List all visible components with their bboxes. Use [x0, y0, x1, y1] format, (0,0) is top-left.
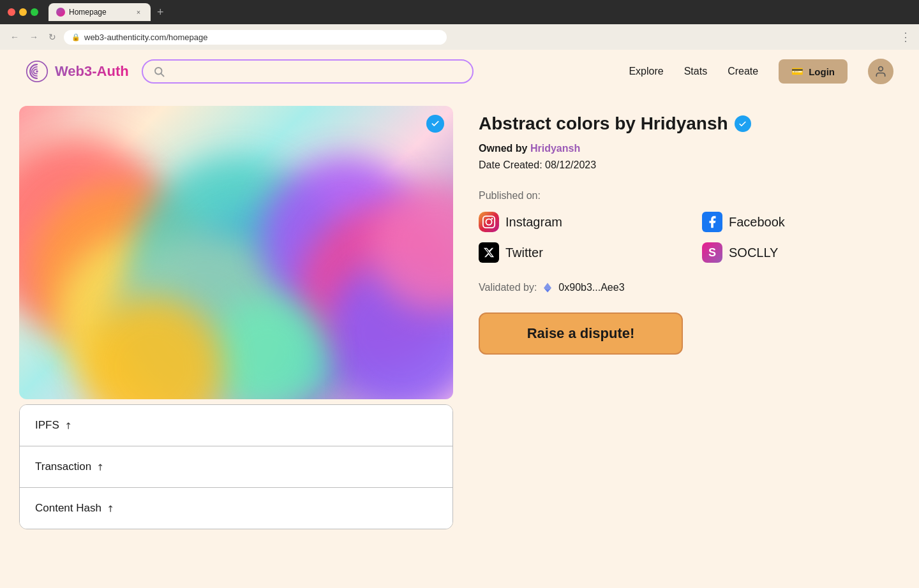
- soclly-item[interactable]: S SOCLLY: [702, 242, 900, 263]
- instagram-item[interactable]: Instagram: [479, 212, 676, 232]
- right-panel: Abstract colors by Hridyansh Owned by Hr…: [479, 106, 900, 355]
- svg-line-3: [161, 73, 163, 76]
- page: Web3-Auth Explore Stats Create 💳 Login: [0, 50, 919, 588]
- ipfs-row[interactable]: IPFS ↗: [20, 405, 452, 446]
- soclly-label: SOCLLY: [729, 246, 778, 260]
- svg-point-4: [879, 67, 883, 71]
- artwork-title: Abstract colors by Hridyansh: [479, 112, 900, 135]
- browser-titlebar: Homepage × +: [0, 0, 919, 24]
- soclly-icon: S: [702, 242, 722, 263]
- twitter-x-icon: [479, 242, 499, 263]
- url-text: web3-authenticity.com/homepage: [84, 33, 207, 42]
- ipfs-arrow: ↗: [62, 419, 75, 432]
- refresh-button[interactable]: ↻: [46, 31, 59, 43]
- transaction-label: Transaction: [35, 460, 91, 473]
- create-link[interactable]: Create: [728, 66, 758, 77]
- verified-badge-image: [426, 115, 444, 133]
- left-panel: IPFS ↗ Transaction ↗ Content Hash ↗: [19, 106, 453, 529]
- browser-menu-button[interactable]: ⋮: [900, 30, 911, 44]
- validated-by: Validated by: 0x90b3...Aee3: [479, 282, 900, 293]
- facebook-label: Facebook: [729, 215, 785, 230]
- instagram-label: Instagram: [505, 215, 562, 230]
- browser-addressbar: ← → ↻ 🔒 web3-authenticity.com/homepage ⋮: [0, 24, 919, 50]
- search-bar[interactable]: [142, 59, 474, 84]
- svg-rect-5: [483, 216, 495, 228]
- date-created: Date Created: 08/12/2023: [479, 159, 900, 171]
- transaction-arrow: ↗: [94, 460, 107, 473]
- owned-by-label: Owned by: [479, 143, 527, 154]
- facebook-icon: [702, 212, 722, 232]
- wallet-icon: 💳: [791, 66, 803, 77]
- owned-by: Owned by Hridyansh: [479, 143, 900, 154]
- lock-icon: 🔒: [71, 33, 80, 41]
- twitter-label: Twitter: [505, 246, 543, 260]
- main-content: IPFS ↗ Transaction ↗ Content Hash ↗ Abst…: [0, 93, 919, 542]
- browser-chrome: Homepage × + ← → ↻ 🔒 web3-authenticity.c…: [0, 0, 919, 50]
- artwork-title-text: Abstract colors by Hridyansh: [479, 112, 728, 135]
- search-icon: [153, 66, 165, 77]
- transaction-row[interactable]: Transaction ↗: [20, 446, 452, 488]
- twitter-item[interactable]: Twitter: [479, 242, 676, 263]
- eth-address: 0x90b3...Aee3: [558, 282, 624, 293]
- search-input[interactable]: [171, 66, 462, 77]
- logo-icon: [26, 60, 49, 83]
- artwork-image-container: [19, 106, 453, 399]
- facebook-item[interactable]: Facebook: [702, 212, 900, 232]
- login-button[interactable]: 💳 Login: [779, 59, 848, 84]
- content-hash-label: Content Hash: [35, 502, 101, 515]
- tab-favicon: [56, 8, 65, 17]
- navbar: Web3-Auth Explore Stats Create 💳 Login: [0, 50, 919, 93]
- logo-text: Web3-Auth: [55, 63, 129, 80]
- maximize-traffic-light[interactable]: [31, 8, 38, 16]
- browser-tabs: Homepage × +: [49, 3, 911, 21]
- new-tab-button[interactable]: +: [153, 6, 168, 18]
- forward-button[interactable]: →: [27, 31, 41, 43]
- traffic-lights: [8, 8, 38, 16]
- info-rows: IPFS ↗ Transaction ↗ Content Hash ↗: [19, 404, 453, 529]
- svg-point-1: [36, 70, 38, 73]
- validated-label: Validated by:: [479, 282, 537, 293]
- ethereum-icon: [542, 282, 553, 293]
- owner-name[interactable]: Hridyansh: [530, 143, 580, 154]
- svg-point-7: [491, 218, 493, 220]
- user-profile-button[interactable]: [868, 59, 893, 84]
- social-grid: Instagram Facebook: [479, 212, 900, 263]
- content-hash-row[interactable]: Content Hash ↗: [20, 488, 452, 529]
- close-traffic-light[interactable]: [8, 8, 15, 16]
- published-label: Published on:: [479, 190, 900, 202]
- tab-close-button[interactable]: ×: [134, 8, 143, 17]
- raise-dispute-button[interactable]: Raise a dispute!: [479, 312, 683, 355]
- tab-title: Homepage: [69, 8, 130, 17]
- instagram-icon: [479, 212, 499, 232]
- active-tab[interactable]: Homepage ×: [49, 3, 151, 21]
- logo[interactable]: Web3-Auth: [26, 60, 129, 83]
- stats-link[interactable]: Stats: [684, 66, 707, 77]
- svg-point-6: [486, 219, 491, 225]
- ipfs-label: IPFS: [35, 419, 59, 432]
- verified-check-icon: [738, 120, 747, 128]
- back-button[interactable]: ←: [8, 31, 22, 43]
- address-bar[interactable]: 🔒 web3-authenticity.com/homepage: [64, 30, 447, 45]
- explore-link[interactable]: Explore: [629, 66, 663, 77]
- artwork-verified-badge: [735, 115, 751, 132]
- content-hash-arrow: ↗: [104, 502, 117, 515]
- user-icon: [874, 65, 887, 78]
- abstract-art: [19, 106, 453, 399]
- check-icon: [431, 119, 440, 128]
- login-label: Login: [809, 66, 835, 77]
- minimize-traffic-light[interactable]: [19, 8, 27, 16]
- nav-links: Explore Stats Create 💳 Login: [629, 59, 893, 84]
